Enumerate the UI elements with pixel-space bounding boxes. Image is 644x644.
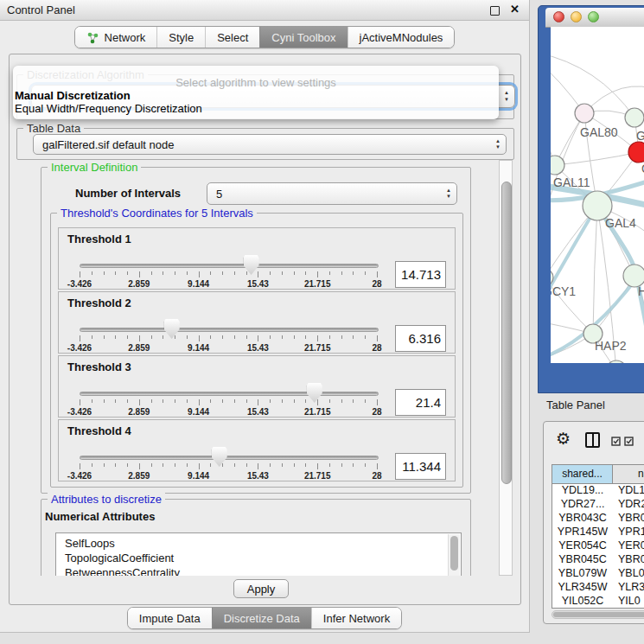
cell-shared-name[interactable]: YBR043C — [552, 512, 613, 526]
cell-name[interactable]: YDL1 — [613, 484, 644, 498]
cell-shared-name[interactable]: YER054C — [552, 539, 613, 553]
slider-tick-label: 21.715 — [304, 471, 331, 481]
cell-shared-name[interactable]: YLR345W — [552, 581, 613, 595]
gear-icon[interactable]: ⚙ — [556, 429, 571, 449]
table-row[interactable]: YER054CYER0 — [552, 539, 644, 553]
split-pane-icon[interactable] — [585, 432, 600, 448]
slider-tick — [139, 271, 140, 277]
slider-tick — [210, 399, 211, 403]
tab-jactivemnodules[interactable]: jActiveMNodules — [348, 27, 455, 48]
network-edge[interactable] — [593, 206, 597, 334]
cell-name[interactable]: YBR0 — [613, 553, 644, 567]
dropdown-item-equal-width-frequency[interactable]: Equal Width/Frequency Discretization — [13, 102, 499, 115]
tab-cyni-toolbox[interactable]: Cyni Toolbox — [259, 27, 347, 48]
network-node[interactable] — [575, 104, 594, 123]
network-node[interactable] — [551, 156, 564, 175]
slider-track[interactable] — [80, 328, 379, 332]
column-header-name[interactable]: name — [613, 465, 644, 483]
number-of-intervals-combobox[interactable]: 5 — [207, 182, 457, 205]
table-row[interactable]: YBR045CYBR0 — [552, 553, 644, 567]
dropdown-item-manual-discretization[interactable]: Manual Discretization — [13, 89, 499, 102]
tab-label: Cyni Toolbox — [271, 31, 335, 44]
network-node[interactable] — [625, 108, 644, 127]
slider-tick — [80, 335, 80, 341]
tab-discretize-data[interactable]: Discretize Data — [212, 608, 311, 628]
threshold-value-box[interactable]: 14.713 — [395, 261, 446, 288]
cell-name[interactable]: YBL0 — [613, 567, 644, 581]
attribute-item[interactable]: BetweennessCentrality — [56, 565, 461, 576]
threshold-slider[interactable]: -3.4262.8599.14415.4321.71528 — [80, 444, 377, 481]
table-row[interactable]: YPR145WYPR1 — [552, 526, 644, 539]
attribute-item[interactable]: SelfLoops — [56, 533, 461, 551]
float-window-icon[interactable] — [490, 6, 500, 16]
checkbox-checked-icon[interactable] — [611, 437, 621, 446]
slider-track[interactable] — [80, 392, 379, 396]
tab-impute-data[interactable]: Impute Data — [128, 608, 212, 628]
cell-name[interactable]: YER0 — [613, 539, 644, 553]
slider-tick — [294, 399, 295, 403]
settings-scrollbar[interactable] — [499, 160, 513, 576]
network-edge-highlighted[interactable] — [551, 206, 597, 316]
table-row[interactable]: YIL052CYIL0 — [552, 595, 644, 608]
cell-name[interactable]: YBR0 — [613, 512, 644, 526]
threshold-slider[interactable]: -3.4262.8599.14415.4321.71528 — [80, 380, 377, 417]
slider-track[interactable] — [80, 264, 379, 268]
minimize-traffic-light-icon[interactable] — [571, 11, 582, 22]
tab-select[interactable]: Select — [205, 27, 259, 48]
table-h-scrollbar[interactable] — [552, 610, 644, 619]
threshold-slider[interactable]: -3.4262.8599.14415.4321.71528 — [80, 252, 377, 289]
apply-button[interactable]: Apply — [233, 579, 289, 598]
table-data-combobox[interactable]: galFiltered.sif default node — [33, 134, 507, 155]
cell-shared-name[interactable]: YBL079W — [552, 567, 613, 581]
node-attribute-table: shared... name YDL19...YDL1YDR27...YDR2Y… — [552, 464, 644, 609]
cell-name[interactable]: YDR2 — [613, 498, 644, 512]
close-icon[interactable]: ✕ — [510, 3, 520, 16]
list-scrollbar-thumb[interactable] — [450, 536, 458, 571]
table-row[interactable]: YBL079WYBL0 — [552, 567, 644, 581]
cell-shared-name[interactable]: YBR045C — [552, 553, 613, 567]
slider-tick-labels: -3.4262.8599.14415.4321.71528 — [80, 279, 377, 289]
table-row[interactable]: YDL19...YDL1 — [552, 484, 644, 498]
slider-tick-label: -3.426 — [67, 407, 92, 417]
tab-style[interactable]: Style — [156, 27, 205, 48]
cell-shared-name[interactable]: YDL19... — [552, 484, 613, 498]
table-row[interactable]: YBR043CYBR0 — [552, 512, 644, 526]
threshold-slider[interactable]: -3.4262.8599.14415.4321.71528 — [80, 316, 377, 353]
close-traffic-light-icon[interactable] — [553, 11, 564, 22]
threshold-value-box[interactable]: 11.344 — [395, 453, 446, 480]
attribute-item[interactable]: TopologicalCoefficient — [56, 551, 461, 565]
table-h-scrollbar-thumb[interactable] — [553, 612, 644, 617]
numerical-attributes-list[interactable]: SelfLoopsTopologicalCoefficientBetweenne… — [55, 532, 462, 576]
column-header-shared-name[interactable]: shared... — [552, 465, 613, 483]
slider-tick — [139, 463, 140, 469]
slider-track[interactable] — [80, 456, 379, 460]
network-edge[interactable] — [555, 152, 639, 165]
tab-infer-network[interactable]: Infer Network — [311, 608, 401, 628]
slider-tick — [104, 335, 105, 339]
tab-network[interactable]: Network — [75, 27, 157, 48]
slider-tick — [234, 463, 235, 467]
table-row[interactable]: YLR345WYLR3 — [552, 581, 644, 595]
zoom-traffic-light-icon[interactable] — [588, 11, 599, 22]
settings-scrollbar-thumb[interactable] — [501, 182, 512, 484]
cell-shared-name[interactable]: YPR145W — [552, 526, 613, 539]
slider-tick — [104, 463, 105, 467]
list-scrollbar[interactable] — [448, 534, 460, 576]
threshold-value-box[interactable]: 6.316 — [395, 325, 446, 352]
network-canvas[interactable]: GAL80GACGAL11GAL4GCY1HHAP2 — [551, 27, 644, 363]
node-label: GAL11 — [553, 175, 590, 189]
network-node[interactable] — [628, 142, 644, 163]
cell-shared-name[interactable]: YDR27... — [552, 498, 613, 512]
node-label: GCY1 — [551, 284, 576, 298]
slider-tick-label: 28 — [372, 407, 381, 417]
network-window-titlebar[interactable] — [545, 8, 644, 28]
cell-shared-name[interactable]: YIL052C — [552, 595, 613, 608]
threshold-value-box[interactable]: 21.4 — [395, 389, 446, 416]
cell-name[interactable]: YIL0 — [613, 595, 644, 608]
table-row[interactable]: YDR27...YDR2 — [552, 498, 644, 512]
checkbox-checked-icon[interactable] — [624, 437, 634, 446]
cell-name[interactable]: YLR3 — [613, 581, 644, 595]
group-title: Attributes to discretize — [48, 493, 165, 506]
slider-tick-label: 28 — [372, 471, 381, 481]
cell-name[interactable]: YPR1 — [613, 526, 644, 539]
